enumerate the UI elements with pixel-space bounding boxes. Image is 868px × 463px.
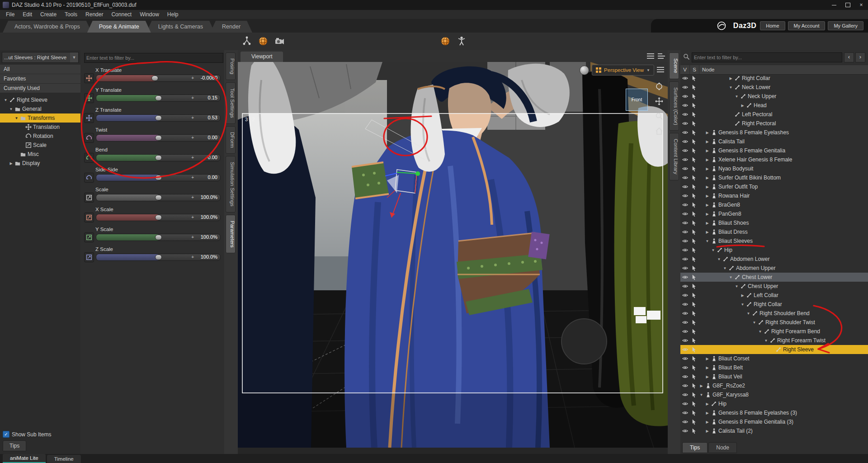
visibility-eye-icon[interactable] bbox=[680, 230, 689, 234]
expand-arrow-icon[interactable]: ▶ bbox=[704, 203, 710, 207]
expand-arrow-icon[interactable]: ▶ bbox=[740, 104, 745, 108]
slider-value[interactable]: 0.00 bbox=[208, 135, 217, 141]
expand-arrow-icon[interactable]: ▶ bbox=[704, 375, 710, 379]
selectable-cursor-icon[interactable] bbox=[689, 365, 698, 371]
slider-knob[interactable] bbox=[155, 95, 162, 101]
visibility-eye-icon[interactable] bbox=[680, 302, 689, 307]
selectable-cursor-icon[interactable] bbox=[689, 347, 698, 353]
dock-tab-dform[interactable]: DForm bbox=[226, 126, 236, 154]
expand-arrow-icon[interactable]: ▶ bbox=[704, 221, 710, 225]
visibility-eye-icon[interactable] bbox=[680, 85, 689, 90]
home-view-icon[interactable] bbox=[655, 127, 664, 137]
expand-arrow-icon[interactable]: ▶ bbox=[704, 366, 710, 370]
close-button[interactable]: × bbox=[854, 0, 868, 10]
selectable-cursor-icon[interactable] bbox=[689, 130, 698, 136]
front-field-box[interactable]: Front bbox=[626, 89, 648, 111]
slider-knob[interactable] bbox=[155, 255, 162, 260]
expand-arrow-icon[interactable]: ▶ bbox=[704, 158, 710, 162]
selectable-cursor-icon[interactable] bbox=[689, 311, 698, 317]
scene-node-surfer-outfit-bikini-bottom[interactable]: ▶ Surfer Outfit Bikini Bottom bbox=[680, 173, 868, 182]
group-translation[interactable]: Translation bbox=[0, 123, 80, 132]
expand-arrow-icon[interactable]: ▼ bbox=[757, 330, 763, 334]
selectable-cursor-icon[interactable] bbox=[689, 283, 698, 289]
slider-knob[interactable] bbox=[155, 155, 162, 161]
slider-knob[interactable] bbox=[155, 115, 162, 121]
selectable-cursor-icon[interactable] bbox=[689, 428, 698, 434]
scene-node-genesis-8-female-genitalia-3[interactable]: ▶ Genesis 8 Female Genitalia (3) bbox=[680, 417, 868, 426]
selectable-cursor-icon[interactable] bbox=[689, 320, 698, 326]
scene-node-right-collar[interactable]: ▶ Right Collar bbox=[680, 74, 868, 83]
expand-arrow-icon[interactable]: ▶ bbox=[740, 293, 745, 298]
visibility-eye-icon[interactable] bbox=[680, 148, 689, 153]
slider-value[interactable]: -0.0080 bbox=[201, 75, 217, 81]
scene-node-bragen8[interactable]: ▶ BraGen8 bbox=[680, 200, 868, 209]
selectable-cursor-icon[interactable] bbox=[689, 293, 698, 298]
scene-node-bliaut-corset[interactable]: ▶ Bliaut Corset bbox=[680, 354, 868, 363]
menu-help[interactable]: Help bbox=[163, 10, 183, 19]
expand-arrow-icon[interactable]: ▼ bbox=[698, 393, 704, 397]
visibility-eye-icon[interactable] bbox=[680, 365, 689, 370]
scene-node-hip[interactable]: ▶ Hip bbox=[680, 399, 868, 408]
expand-arrow-icon[interactable]: ▼ bbox=[710, 248, 716, 252]
dock-tab-parameters[interactable]: Parameters bbox=[226, 215, 236, 253]
visibility-eye-icon[interactable] bbox=[680, 248, 689, 252]
dock-tab-surfaces-color[interactable]: Surfaces (Color) bbox=[669, 81, 679, 131]
slider-value[interactable]: 100.0% bbox=[201, 214, 217, 220]
tips-tab[interactable]: Tips bbox=[3, 440, 26, 451]
expand-arrow-icon[interactable]: ▼ bbox=[728, 275, 734, 279]
slider-track[interactable]: + 0.00 bbox=[96, 134, 221, 142]
visibility-eye-icon[interactable] bbox=[680, 320, 689, 325]
slider-knob[interactable] bbox=[155, 175, 162, 180]
scene-node-neck-lower[interactable]: ▼ Neck Lower bbox=[680, 83, 868, 92]
scene-node-genesis-8-female-eyelashes-3[interactable]: ▶ Genesis 8 Female Eyelashes (3) bbox=[680, 408, 868, 417]
scene-node-nyao-bodysuit[interactable]: ▶ Nyao Bodysuit bbox=[680, 164, 868, 173]
expand-arrow-icon[interactable]: ▶ bbox=[704, 212, 710, 216]
scene-filter-input[interactable] bbox=[692, 52, 842, 62]
selectable-cursor-icon[interactable] bbox=[689, 184, 698, 190]
visibility-eye-icon[interactable] bbox=[680, 383, 689, 388]
scene-node-genesis-8-female-eyelashes[interactable]: ▶ Genesis 8 Female Eyelashes bbox=[680, 128, 868, 137]
scene-node-right-sleeve[interactable]: Right Sleeve bbox=[680, 345, 868, 354]
nudge-plus-icon[interactable]: + bbox=[191, 234, 194, 240]
expand-arrow-icon[interactable]: ▼ bbox=[8, 107, 14, 111]
selectable-cursor-icon[interactable] bbox=[689, 383, 698, 389]
visibility-eye-icon[interactable] bbox=[680, 94, 689, 99]
selectable-cursor-icon[interactable] bbox=[689, 202, 698, 208]
slider-value[interactable]: 100.0% bbox=[201, 234, 217, 240]
bottom-tab-timeline[interactable]: Timeline bbox=[47, 455, 81, 463]
group-misc[interactable]: Misc bbox=[0, 150, 80, 159]
scene-tab-node[interactable]: Node bbox=[708, 442, 737, 453]
visibility-eye-icon[interactable] bbox=[680, 411, 689, 415]
menu-render[interactable]: Render bbox=[81, 10, 107, 19]
expand-arrow-icon[interactable]: ▶ bbox=[704, 402, 710, 406]
selectable-cursor-icon[interactable] bbox=[689, 94, 698, 99]
slider-track[interactable]: + 100.0% bbox=[96, 254, 221, 261]
scene-node-calista-tail-2[interactable]: ▶ Calista Tail (2) bbox=[680, 426, 868, 435]
scene-node-bliaut-shoes[interactable]: ▶ Bliaut Shoes bbox=[680, 218, 868, 227]
expand-arrow-icon[interactable]: ▶ bbox=[704, 140, 710, 144]
scene-tab-tips[interactable]: Tips bbox=[682, 442, 708, 453]
show-sub-items[interactable]: ✓ Show Sub Items bbox=[3, 431, 51, 438]
selectable-cursor-icon[interactable] bbox=[689, 329, 698, 335]
visibility-eye-icon[interactable] bbox=[680, 112, 689, 117]
visibility-eye-icon[interactable] bbox=[680, 221, 689, 225]
scene-node-right-shoulder-bend[interactable]: ▼ Right Shoulder Bend bbox=[680, 309, 868, 318]
tab-pose-animate[interactable]: Pose & Animate bbox=[87, 21, 151, 33]
nudge-plus-icon[interactable]: + bbox=[191, 155, 194, 161]
scene-node-calista-tail[interactable]: ▶ Calista Tail bbox=[680, 137, 868, 146]
slider-value[interactable]: 0.15 bbox=[208, 95, 217, 101]
pan-view-icon[interactable] bbox=[655, 97, 664, 107]
nudge-plus-icon[interactable]: + bbox=[191, 254, 194, 260]
visibility-eye-icon[interactable] bbox=[680, 157, 689, 162]
zoom-view-icon[interactable] bbox=[655, 112, 664, 122]
scene-node-bliaut-veil[interactable]: ▶ Bliaut Veil bbox=[680, 372, 868, 381]
selectable-cursor-icon[interactable] bbox=[689, 256, 698, 262]
nudge-plus-icon[interactable]: + bbox=[191, 175, 194, 180]
selectable-cursor-icon[interactable] bbox=[689, 148, 698, 154]
scene-node-head[interactable]: ▶ Head bbox=[680, 101, 868, 110]
group-scale[interactable]: Scale bbox=[0, 141, 80, 150]
slider-value[interactable]: 0.53 bbox=[208, 115, 217, 121]
visibility-eye-icon[interactable] bbox=[680, 175, 689, 180]
scene-node-xelene-hair-genesis-8-female[interactable]: ▶ Xelene Hair Genesis 8 Female bbox=[680, 155, 868, 164]
visibility-eye-icon[interactable] bbox=[680, 374, 689, 379]
